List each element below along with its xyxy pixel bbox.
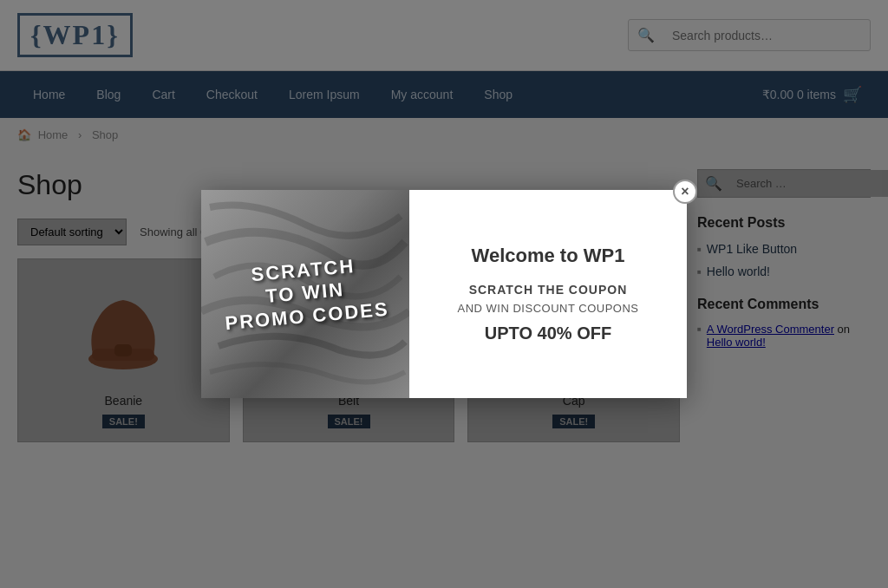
modal: × SCRATCHTO WINPROMO CODES Welcome to WP… [201,190,687,398]
scratch-background: SCRATCHTO WINPROMO CODES [201,190,409,398]
modal-overlay: × SCRATCHTO WINPROMO CODES Welcome to WP… [0,0,888,460]
modal-close-button[interactable]: × [673,180,697,204]
modal-subtitle2: AND WIN DISCOUNT COUPONS [458,302,639,315]
modal-content-panel: Welcome to WP1 SCRATCH THE COUPON AND WI… [409,190,687,398]
modal-discount-text: UPTO 40% OFF [485,323,611,343]
modal-title: Welcome to WP1 [472,245,625,267]
modal-subtitle1: SCRATCH THE COUPON [469,283,628,297]
scratch-promo-text: SCRATCHTO WINPROMO CODES [211,243,399,344]
modal-scratch-panel: SCRATCHTO WINPROMO CODES [201,190,409,398]
